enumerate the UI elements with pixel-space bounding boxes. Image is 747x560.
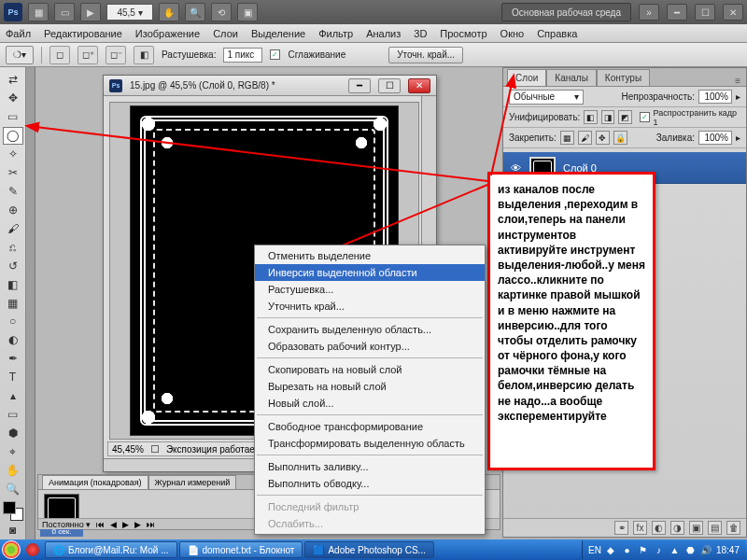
tray-icon[interactable]: ▲ — [669, 544, 681, 556]
unify-vis-icon[interactable]: ◨ — [601, 110, 615, 124]
ctx-item[interactable]: Свободное трансформирование — [255, 418, 485, 435]
menu-window[interactable]: Окно — [500, 28, 525, 39]
start-button-icon[interactable] — [2, 540, 21, 559]
tab-animation[interactable]: Анимация (покадровая) — [42, 475, 148, 489]
opera-icon[interactable] — [26, 543, 39, 556]
ctx-item[interactable]: Скопировать на новый слой — [255, 361, 485, 378]
lock-move-icon[interactable]: ✥ — [596, 131, 610, 145]
new-layer-icon[interactable]: ▤ — [708, 521, 722, 535]
zoom-icon[interactable]: 🔍 — [185, 3, 205, 21]
add-selection-icon[interactable]: ◻⁺ — [78, 46, 98, 64]
task-btn-browser[interactable]: 🌐 Блоги@Mail.Ru: Мой ... — [45, 541, 177, 558]
hand-tool[interactable]: ✋ — [3, 461, 23, 479]
new-selection-icon[interactable]: ◻ — [49, 46, 70, 64]
fill-field[interactable]: 100% — [698, 131, 732, 145]
panels-collapse-icon[interactable]: » — [639, 4, 659, 21]
crop-tool[interactable]: ✂ — [3, 164, 23, 182]
adjustment-icon[interactable]: ◑ — [670, 521, 684, 535]
lasso-tool[interactable]: ◯ — [3, 127, 23, 145]
opacity-field[interactable]: 100% — [698, 90, 732, 104]
ctx-item[interactable]: Уточнить край... — [255, 298, 485, 315]
path-select-tool[interactable]: ▴ — [3, 387, 23, 405]
group-icon[interactable]: ▣ — [689, 521, 703, 535]
ctx-item[interactable]: Новый слой... — [255, 395, 485, 412]
next-frame-icon[interactable]: ▶ — [134, 520, 141, 529]
active-tool-preset[interactable]: ❍▾ — [6, 46, 34, 64]
gradient-tool[interactable]: ▦ — [3, 294, 23, 312]
3d-tool[interactable]: ⬢ — [3, 425, 23, 442]
ctx-item[interactable]: Растушевка... — [255, 281, 485, 298]
refine-edge-button[interactable]: Уточн. край... — [388, 47, 463, 63]
window-close-icon[interactable]: ✕ — [723, 4, 743, 21]
rotate-view-icon[interactable]: ⟲ — [211, 3, 232, 21]
eyedropper-tool[interactable]: ✎ — [3, 183, 23, 201]
zoom-tool[interactable]: 🔍 — [3, 480, 23, 497]
tray-icon[interactable]: ● — [621, 544, 633, 556]
double-arrow-icon[interactable]: ⇄ — [3, 71, 23, 89]
move-tool[interactable]: ✥ — [3, 90, 23, 107]
panel-menu-icon[interactable]: ≡ — [729, 76, 746, 86]
magic-wand-tool[interactable]: ✧ — [3, 146, 23, 163]
arrange-icon[interactable]: ▶ — [80, 3, 101, 21]
menu-select[interactable]: Выделение — [251, 28, 305, 39]
color-swatch[interactable] — [3, 501, 23, 521]
lock-paint-icon[interactable]: 🖌 — [578, 131, 592, 145]
ctx-item[interactable]: Образовать рабочий контур... — [255, 338, 485, 355]
tab-channels[interactable]: Каналы — [546, 69, 597, 86]
3d-camera-tool[interactable]: ⌖ — [3, 442, 23, 460]
doc-min-icon[interactable]: ━ — [348, 78, 371, 93]
ctx-item[interactable]: Выполнить заливку... — [255, 458, 485, 475]
tray-icon[interactable]: ⬣ — [684, 544, 697, 556]
bridge-icon[interactable]: ▦ — [28, 3, 49, 21]
propagate-checkbox[interactable]: ✓ — [640, 112, 650, 122]
history-brush-tool[interactable]: ↺ — [3, 257, 23, 274]
ctx-item[interactable]: Выполнить обводку... — [255, 475, 485, 492]
menu-filter[interactable]: Фильтр — [318, 28, 353, 39]
dodge-tool[interactable]: ◐ — [3, 331, 23, 349]
type-tool[interactable]: T — [3, 369, 23, 386]
tray-icon[interactable]: ♪ — [653, 544, 665, 556]
hand-icon[interactable]: ✋ — [159, 3, 179, 21]
quickmask-icon[interactable]: ◙ — [3, 522, 23, 539]
prev-frame-icon[interactable]: ◀ — [110, 520, 117, 529]
clock[interactable]: 18:47 — [716, 545, 740, 555]
brush-tool[interactable]: 🖌 — [3, 219, 23, 237]
menu-file[interactable]: Файл — [6, 28, 31, 39]
tray-icon[interactable]: ⚑ — [637, 544, 649, 556]
zoom-level-field[interactable]: 45,5 ▾ — [106, 4, 153, 21]
doc-close-icon[interactable]: ✕ — [408, 78, 430, 93]
menu-analysis[interactable]: Анализ — [366, 28, 401, 39]
unify-style-icon[interactable]: ◩ — [618, 110, 632, 124]
mask-icon[interactable]: ◐ — [652, 521, 666, 535]
anim-loop-dropdown[interactable]: Постоянно ▾ — [42, 520, 91, 529]
ctx-item[interactable]: Отменить выделение — [255, 247, 485, 264]
menu-3d[interactable]: 3D — [414, 28, 427, 39]
unify-pos-icon[interactable]: ◧ — [584, 110, 598, 124]
menu-help[interactable]: Справка — [537, 28, 577, 39]
eraser-tool[interactable]: ◧ — [3, 275, 23, 293]
antialias-checkbox[interactable]: ✓ — [270, 49, 280, 60]
last-frame-icon[interactable]: ⏭ — [147, 520, 155, 529]
marquee-tool[interactable]: ▭ — [3, 108, 23, 126]
ctx-item[interactable]: Вырезать на новый слой — [255, 378, 485, 395]
feather-field[interactable]: 1 пикс — [223, 48, 262, 63]
screen-mode-icon[interactable]: ▭ — [54, 3, 75, 21]
task-btn-notepad[interactable]: 📄 domonet.txt - Блокнот — [179, 541, 303, 558]
pen-tool[interactable]: ✒ — [3, 350, 23, 368]
ctx-item[interactable]: Инверсия выделенной области — [255, 264, 485, 281]
menu-image[interactable]: Изображение — [135, 28, 200, 39]
ctx-item[interactable]: Сохранить выделенную область... — [255, 321, 485, 338]
ctx-item[interactable]: Трансформировать выделенную область — [255, 435, 485, 452]
menu-edit[interactable]: Редактирование — [44, 28, 122, 39]
tab-measurements[interactable]: Журнал измерений — [148, 475, 237, 489]
fill-arrow-icon[interactable]: ▸ — [736, 133, 740, 143]
status-arrows-icon[interactable] — [151, 445, 159, 453]
window-min-icon[interactable]: ━ — [667, 4, 687, 21]
play-icon[interactable]: ▶ — [122, 520, 129, 529]
tab-paths[interactable]: Контуры — [597, 69, 650, 86]
window-max-icon[interactable]: ☐ — [695, 4, 715, 21]
stamp-tool[interactable]: ⎌ — [3, 238, 23, 256]
lock-trans-icon[interactable]: ▦ — [560, 131, 574, 145]
extras-icon[interactable]: ▣ — [237, 3, 258, 21]
fx-icon[interactable]: fx — [633, 521, 647, 535]
